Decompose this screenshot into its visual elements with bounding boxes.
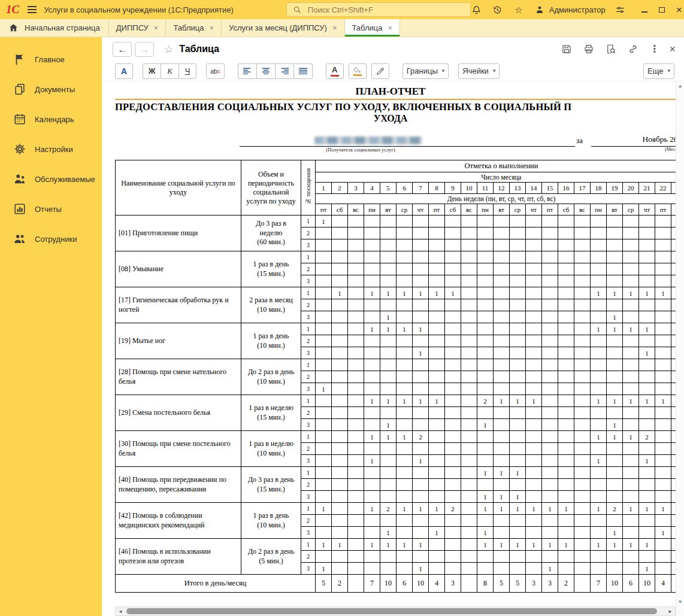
col-header-volume[interactable]: Объем и периодичность социальной услуги … bbox=[241, 160, 301, 216]
mark-cell[interactable] bbox=[413, 227, 429, 239]
mark-cell[interactable] bbox=[591, 347, 607, 359]
mark-cell[interactable] bbox=[348, 299, 364, 311]
mark-cell[interactable] bbox=[591, 299, 607, 311]
mark-cell[interactable] bbox=[639, 263, 655, 275]
mark-cell[interactable]: 1 bbox=[558, 503, 574, 515]
mark-cell[interactable] bbox=[445, 275, 461, 287]
mark-cell[interactable] bbox=[429, 431, 445, 443]
visit-number-cell[interactable]: 2 bbox=[301, 479, 316, 491]
total-cell[interactable]: 3 bbox=[526, 575, 542, 593]
print-icon[interactable] bbox=[583, 43, 595, 55]
mark-cell[interactable] bbox=[623, 407, 639, 419]
mark-cell[interactable] bbox=[348, 407, 364, 419]
mark-cell[interactable] bbox=[494, 216, 510, 227]
mark-cell[interactable] bbox=[607, 515, 623, 527]
mark-cell[interactable] bbox=[316, 431, 332, 443]
mark-cell[interactable] bbox=[623, 455, 639, 467]
mark-cell[interactable] bbox=[574, 239, 591, 251]
mark-cell[interactable] bbox=[591, 275, 607, 287]
weekday-cell[interactable]: вт bbox=[607, 204, 623, 216]
visit-number-cell[interactable]: 1 bbox=[301, 323, 316, 335]
mark-cell[interactable] bbox=[429, 443, 445, 455]
mark-cell[interactable] bbox=[397, 419, 413, 431]
mark-cell[interactable]: 1 bbox=[639, 455, 655, 467]
weekday-cell[interactable]: вс bbox=[461, 204, 477, 216]
mark-cell[interactable] bbox=[671, 455, 676, 467]
mark-cell[interactable] bbox=[655, 551, 671, 563]
mark-cell[interactable] bbox=[542, 311, 558, 323]
recipient-field[interactable] bbox=[240, 135, 575, 147]
mark-cell[interactable]: 1 bbox=[380, 527, 397, 539]
mark-cell[interactable] bbox=[380, 371, 397, 383]
mark-cell[interactable] bbox=[445, 263, 461, 275]
mark-cell[interactable]: 1 bbox=[316, 563, 332, 575]
mark-cell[interactable] bbox=[574, 407, 591, 419]
mark-cell[interactable] bbox=[526, 515, 542, 527]
mark-cell[interactable] bbox=[574, 335, 591, 347]
service-name-cell[interactable]: [19] Мытье ног bbox=[116, 323, 241, 359]
day-number-cell[interactable]: 1 bbox=[316, 183, 332, 194]
mark-cell[interactable] bbox=[477, 455, 494, 467]
mark-cell[interactable] bbox=[380, 407, 397, 419]
1c-logo[interactable]: 1С bbox=[6, 3, 19, 16]
mark-cell[interactable] bbox=[639, 515, 655, 527]
align-left-button[interactable] bbox=[238, 63, 256, 79]
mark-cell[interactable] bbox=[558, 227, 574, 239]
total-cell[interactable]: 4 bbox=[655, 575, 671, 593]
mark-cell[interactable] bbox=[316, 227, 332, 239]
mark-cell[interactable] bbox=[671, 515, 676, 527]
mark-cell[interactable] bbox=[655, 539, 671, 551]
mark-cell[interactable] bbox=[332, 551, 348, 563]
mark-cell[interactable] bbox=[510, 335, 526, 347]
mark-cell[interactable] bbox=[316, 347, 332, 359]
mark-cell[interactable] bbox=[397, 347, 413, 359]
total-cell[interactable]: 7 bbox=[364, 575, 380, 593]
mark-cell[interactable]: 1 bbox=[364, 287, 380, 299]
total-cell[interactable]: 3 bbox=[445, 575, 461, 593]
mark-cell[interactable] bbox=[364, 335, 380, 347]
mark-cell[interactable] bbox=[510, 383, 526, 395]
mark-cell[interactable] bbox=[348, 323, 364, 335]
mark-cell[interactable] bbox=[574, 419, 591, 431]
mark-cell[interactable] bbox=[348, 539, 364, 551]
mark-cell[interactable]: 1 bbox=[380, 287, 397, 299]
mark-cell[interactable] bbox=[348, 347, 364, 359]
mark-cell[interactable]: 1 bbox=[623, 395, 639, 407]
mark-cell[interactable] bbox=[445, 323, 461, 335]
mark-cell[interactable] bbox=[574, 443, 591, 455]
total-cell[interactable] bbox=[671, 575, 676, 593]
mark-cell[interactable] bbox=[364, 299, 380, 311]
mark-cell[interactable] bbox=[348, 275, 364, 287]
mark-cell[interactable] bbox=[316, 455, 332, 467]
mark-cell[interactable] bbox=[429, 455, 445, 467]
day-number-cell[interactable]: 17 bbox=[574, 183, 591, 194]
mark-cell[interactable]: 1 bbox=[558, 539, 574, 551]
total-cell[interactable] bbox=[574, 575, 591, 593]
mark-cell[interactable] bbox=[380, 263, 397, 275]
mark-cell[interactable] bbox=[477, 359, 494, 371]
mark-cell[interactable] bbox=[397, 551, 413, 563]
link-icon[interactable] bbox=[627, 43, 639, 55]
mark-cell[interactable] bbox=[510, 407, 526, 419]
mark-cell[interactable] bbox=[542, 383, 558, 395]
mark-cell[interactable]: 1 bbox=[380, 419, 397, 431]
mark-cell[interactable] bbox=[574, 263, 591, 275]
total-cell[interactable]: 6 bbox=[623, 575, 639, 593]
mark-cell[interactable]: 1 bbox=[364, 539, 380, 551]
mark-cell[interactable] bbox=[623, 311, 639, 323]
mark-cell[interactable] bbox=[655, 239, 671, 251]
mark-cell[interactable] bbox=[413, 359, 429, 371]
align-center-button[interactable] bbox=[256, 63, 275, 79]
mark-cell[interactable] bbox=[639, 443, 655, 455]
mark-cell[interactable] bbox=[316, 491, 332, 503]
mark-cell[interactable]: 1 bbox=[494, 467, 510, 479]
home-tab[interactable]: Начальная страница bbox=[0, 19, 109, 37]
mark-cell[interactable] bbox=[364, 263, 380, 275]
mark-cell[interactable] bbox=[574, 251, 591, 263]
weekday-cell[interactable]: пт bbox=[542, 204, 558, 216]
mark-cell[interactable] bbox=[477, 216, 494, 227]
mark-cell[interactable]: 1 bbox=[526, 395, 542, 407]
mark-cell[interactable] bbox=[558, 515, 574, 527]
mark-cell[interactable] bbox=[607, 227, 623, 239]
visit-number-cell[interactable]: 1 bbox=[301, 467, 316, 479]
